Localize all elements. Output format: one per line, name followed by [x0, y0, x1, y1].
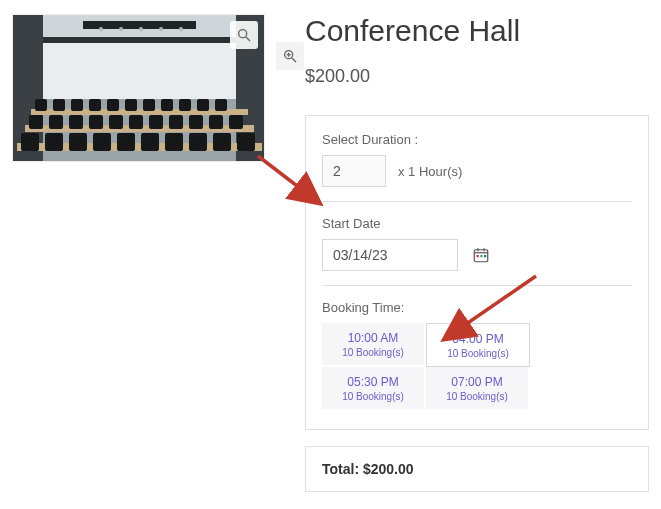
- svg-rect-25: [215, 99, 227, 111]
- svg-rect-23: [179, 99, 191, 111]
- svg-rect-19: [107, 99, 119, 111]
- svg-point-10: [159, 27, 163, 31]
- time-slot[interactable]: 04:00 PM10 Booking(s): [426, 323, 530, 367]
- svg-point-47: [239, 30, 247, 38]
- svg-rect-27: [49, 115, 63, 129]
- duration-input[interactable]: [322, 155, 386, 187]
- total-label: Total:: [322, 461, 363, 477]
- time-slot-time: 05:30 PM: [347, 375, 398, 389]
- svg-rect-40: [93, 133, 111, 151]
- svg-point-9: [139, 27, 143, 31]
- svg-rect-42: [141, 133, 159, 151]
- svg-rect-16: [53, 99, 65, 111]
- calendar-icon[interactable]: [470, 244, 492, 266]
- time-slot-time: 10:00 AM: [348, 331, 399, 345]
- svg-rect-21: [143, 99, 155, 111]
- time-slot-time: 04:00 PM: [452, 332, 503, 346]
- product-title: Conference Hall: [305, 14, 649, 48]
- svg-rect-33: [169, 115, 183, 129]
- svg-rect-20: [125, 99, 137, 111]
- zoom-icon[interactable]: [276, 42, 304, 70]
- svg-point-11: [179, 27, 183, 31]
- product-image[interactable]: [12, 14, 265, 162]
- divider: [322, 285, 632, 286]
- svg-line-50: [292, 58, 296, 62]
- svg-rect-28: [69, 115, 83, 129]
- product-price: $200.00: [305, 66, 649, 87]
- time-slot[interactable]: 10:00 AM10 Booking(s): [322, 323, 426, 367]
- svg-rect-15: [35, 99, 47, 111]
- svg-rect-17: [71, 99, 83, 111]
- svg-rect-29: [89, 115, 103, 129]
- time-slot-list: 10:00 AM10 Booking(s)04:00 PM10 Booking(…: [322, 323, 632, 411]
- svg-rect-39: [69, 133, 87, 151]
- start-date-input[interactable]: [322, 239, 458, 271]
- total-amount: $200.00: [363, 461, 414, 477]
- svg-rect-34: [189, 115, 203, 129]
- svg-rect-58: [480, 255, 482, 257]
- svg-line-48: [246, 37, 250, 41]
- start-date-label: Start Date: [322, 216, 632, 231]
- svg-rect-31: [129, 115, 143, 129]
- svg-rect-43: [165, 133, 183, 151]
- svg-rect-22: [161, 99, 173, 111]
- time-slot-count: 10 Booking(s): [342, 347, 404, 358]
- svg-rect-44: [189, 133, 207, 151]
- svg-rect-18: [89, 99, 101, 111]
- time-slot[interactable]: 05:30 PM10 Booking(s): [322, 367, 426, 411]
- time-slot-count: 10 Booking(s): [447, 348, 509, 359]
- time-slot-count: 10 Booking(s): [342, 391, 404, 402]
- svg-rect-3: [43, 37, 236, 43]
- svg-rect-59: [484, 255, 486, 257]
- svg-rect-37: [21, 133, 39, 151]
- svg-rect-32: [149, 115, 163, 129]
- divider: [322, 201, 632, 202]
- duration-label: Select Duration :: [322, 132, 632, 147]
- svg-rect-24: [197, 99, 209, 111]
- svg-rect-30: [109, 115, 123, 129]
- time-slot[interactable]: 07:00 PM10 Booking(s): [426, 367, 530, 411]
- time-slot-count: 10 Booking(s): [446, 391, 508, 402]
- svg-rect-41: [117, 133, 135, 151]
- svg-point-7: [99, 27, 103, 31]
- svg-rect-57: [477, 255, 479, 257]
- duration-suffix: x 1 Hour(s): [398, 164, 462, 179]
- total-box: Total: $200.00: [305, 446, 649, 492]
- svg-rect-36: [229, 115, 243, 129]
- booking-time-label: Booking Time:: [322, 300, 632, 315]
- svg-rect-2: [43, 39, 236, 99]
- svg-point-8: [119, 27, 123, 31]
- svg-rect-35: [209, 115, 223, 129]
- svg-rect-45: [213, 133, 231, 151]
- time-slot-time: 07:00 PM: [451, 375, 502, 389]
- magnify-image-icon[interactable]: [230, 21, 258, 49]
- svg-rect-26: [29, 115, 43, 129]
- svg-rect-46: [237, 133, 255, 151]
- svg-rect-38: [45, 133, 63, 151]
- booking-panel: Select Duration : x 1 Hour(s) Start Date: [305, 115, 649, 430]
